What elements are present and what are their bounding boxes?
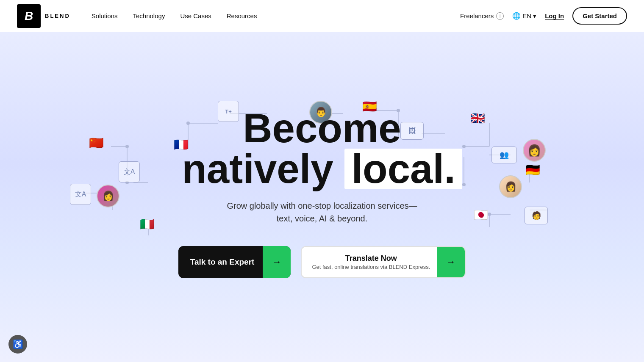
hero-section: 🇨🇳 文A 👩 🇫🇷 文A 🇮🇹 T+ 👨 🇪🇸 🖼 🇬🇧 [0, 32, 644, 362]
accessibility-button[interactable]: ♿ [8, 335, 27, 354]
translate-now-button[interactable]: Translate Now Get fast, online translati… [301, 246, 466, 278]
logo-box: B [17, 4, 41, 28]
hero-title: Become natively local. [178, 108, 466, 189]
logo-letter: B [25, 10, 33, 22]
nav-use-cases[interactable]: Use Cases [180, 12, 211, 19]
cta-row: Talk to an Expert → Translate Now Get fa… [178, 246, 466, 278]
nav-resources[interactable]: Resources [227, 12, 257, 19]
hero-title-line1: Become [243, 105, 401, 151]
nav-solutions[interactable]: Solutions [92, 12, 118, 19]
globe-icon: 🌐 [512, 12, 521, 20]
hero-title-highlight: local. [344, 149, 462, 189]
chevron-down-icon: ▾ [533, 12, 536, 20]
accessibility-icon: ♿ [13, 339, 23, 349]
nav-links: Solutions Technology Use Cases Resources [92, 12, 460, 19]
translate-icon-left: 文A [119, 161, 140, 182]
expert-arrow-icon: → [272, 257, 281, 268]
logo[interactable]: B BLEND [17, 4, 70, 28]
translate-now-title: Translate Now [312, 254, 430, 263]
language-selector[interactable]: 🌐 EN ▾ [512, 12, 536, 20]
translate-icon-symbol: 文A [124, 168, 135, 177]
lang-label: EN [522, 12, 531, 19]
avatar-female-left: 👩 [97, 185, 119, 207]
navbar: B BLEND Solutions Technology Use Cases R… [0, 0, 644, 32]
uk-flag: 🇬🇧 [470, 113, 485, 124]
hero-title-line2-plain: natively [182, 146, 333, 191]
people-icon: 👥 [491, 146, 517, 163]
talk-to-expert-label: Talk to an Expert [190, 257, 263, 267]
get-started-button[interactable]: Get Started [572, 7, 627, 25]
talk-to-expert-button[interactable]: Talk to an Expert → [178, 246, 291, 278]
login-button[interactable]: Log In [545, 12, 564, 19]
expert-arrow-box: → [263, 246, 291, 278]
person-frame-icon: 🧑 [525, 207, 548, 224]
info-icon[interactable]: i [496, 12, 504, 20]
avatar-large-right: 👩 [523, 139, 546, 162]
translate-now-text: Translate Now Get fast, online translati… [312, 254, 437, 270]
translate-icon-bottom-left: 文A [70, 184, 91, 205]
freelancers-label: Freelancers [460, 12, 494, 19]
nav-technology[interactable]: Technology [133, 12, 165, 19]
avatar-female-right: 👩 [499, 175, 522, 198]
italy-flag: 🇮🇹 [140, 218, 155, 230]
germany-flag: 🇩🇪 [525, 164, 540, 176]
china-flag: 🇨🇳 [89, 137, 104, 149]
logo-text: BLEND [45, 13, 70, 19]
translate-arrow-icon: → [446, 257, 455, 268]
freelancers-link[interactable]: Freelancers i [460, 12, 504, 20]
nav-right: Freelancers i 🌐 EN ▾ Log In Get Started [460, 7, 627, 25]
svg-point-23 [125, 145, 129, 148]
translate-now-subtitle: Get fast, online translations via BLEND … [312, 264, 430, 270]
japan-flag: 🇯🇵 [474, 209, 489, 221]
translate-arrow-box: → [437, 246, 465, 278]
translate-icon-2-symbol: 文A [75, 190, 86, 199]
hero-content: Become natively local. Grow globally wit… [178, 108, 466, 278]
hero-subtitle: Grow globally with one-stop localization… [178, 199, 466, 225]
